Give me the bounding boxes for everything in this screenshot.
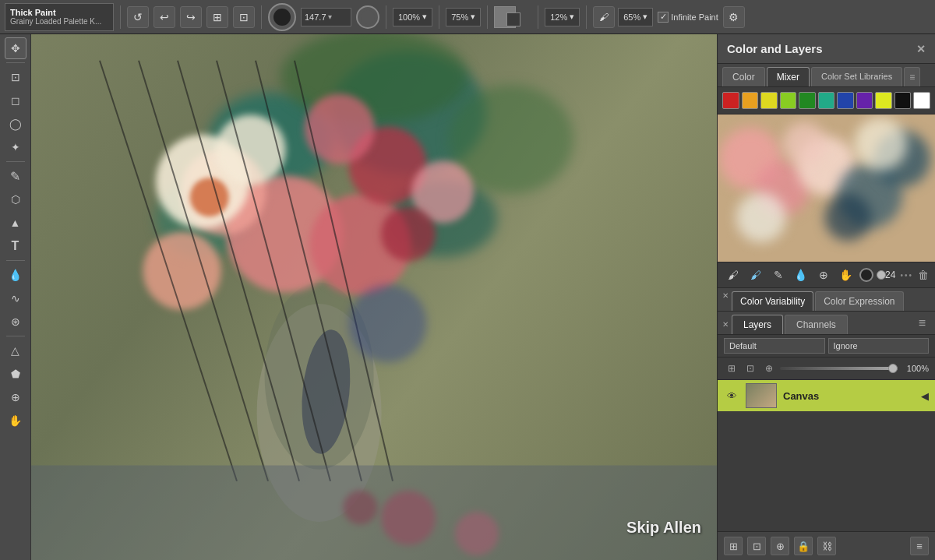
tab-color[interactable]: Color [722,67,765,86]
tool-eyedrop[interactable]: 💧 [5,264,26,286]
layer-add-icon[interactable]: ⊞ [724,361,739,376]
mixer-finger-icon[interactable]: 🖌 [746,266,764,284]
tool-pen[interactable]: ⬟ [5,363,26,385]
lt-sep4 [6,336,25,336]
layer-visibility-icon[interactable]: 👁 [724,388,739,403]
layer-opacity-slider[interactable] [780,367,898,370]
infinite-paint-checkbox[interactable]: ✓ [658,12,669,23]
tool-crop[interactable]: ⊡ [5,66,26,88]
swatch-blue[interactable] [837,92,854,109]
swatch-teal[interactable] [818,92,835,109]
sep6 [538,5,538,29]
layer-group-icon[interactable]: ⊡ [743,361,758,376]
sep4 [439,5,439,29]
swatch-green[interactable] [799,92,816,109]
tool-fill[interactable]: ▲ [5,212,26,234]
layer-hide-icon[interactable]: ◀ [921,390,929,402]
bt-icon-merge[interactable]: ⊕ [771,537,789,555]
canvas-area[interactable]: Skip Allen [31,34,717,560]
left-toolbar: ✥ ⊡ ◻ ◯ ✦ ✎ ⬡ ▲ T 💧 ∿ ⊛ △ ⬟ ⊕ ✋ [0,34,31,560]
tool-sub: Grainy Loaded Palette K... [10,17,108,26]
mixer-drawing[interactable] [718,114,935,262]
mixer-hand-icon[interactable]: ✋ [837,266,855,284]
bottom-toolbar: ⊞ ⊡ ⊕ 🔒 ⛓ ≡ [718,531,935,560]
tool-shape[interactable]: △ [5,340,26,361]
size-preview [356,5,379,29]
brush-opacity-value: 65% [623,12,640,22]
tab-color-variability[interactable]: Color Variability [732,291,813,311]
tool-hand[interactable]: ✋ [5,410,26,431]
composite-select[interactable]: Ignore Composite [828,338,930,354]
swatch-black[interactable] [894,92,912,109]
tab-mixer[interactable]: Mixer [767,67,810,86]
swatch-purple[interactable] [856,92,873,109]
zoom-box[interactable]: 100% ▾ [393,8,432,26]
mixer-dots[interactable]: ••• [900,271,913,280]
bg-color-swatch[interactable] [506,12,520,26]
settings-icon[interactable]: ⚙ [723,6,745,28]
tab-layers[interactable]: Layers [732,315,783,334]
panel-title-bar: Color and Layers ✕ [718,34,935,64]
opacity-box[interactable]: 75% ▾ [446,8,481,26]
bt-icon-chain[interactable]: ⛓ [817,537,836,555]
restore-icon[interactable]: ↺ [127,6,149,28]
brush-icon[interactable]: 🖌 [593,6,615,28]
mixer-brush-icon[interactable]: 🖌 [724,266,742,284]
canvas-layer-row[interactable]: 👁 Canvas ◀ [718,380,935,411]
tool-pointer[interactable]: ✥ [5,37,26,59]
bt-icon-menu[interactable]: ≡ [910,537,929,555]
infinite-paint-check[interactable]: ✓ Infinite Paint [658,12,718,23]
blend-mode-select[interactable]: Default Multiply Screen [724,338,825,354]
panel-close-icon[interactable]: ✕ [916,43,926,55]
mixer-pen-icon[interactable]: ✎ [769,266,787,284]
layer-merge-icon[interactable]: ⊕ [761,361,777,376]
mixer-zoom-icon[interactable]: ⊕ [814,266,832,284]
swatch-yellow2[interactable] [875,92,892,109]
wrap-icon[interactable]: ⊞ [206,6,228,28]
undo-icon[interactable]: ↩ [153,6,175,28]
sep5 [487,5,488,29]
cv-close-icon: ✕ [722,291,730,311]
tool-text[interactable]: T [5,235,26,257]
layers-spacer [718,411,935,531]
tab-color-set[interactable]: Color Set Libraries [811,67,902,86]
crop-icon[interactable]: ⊡ [233,6,255,28]
redo-icon[interactable]: ↪ [180,6,202,28]
size-spinbox[interactable]: 147.7 ▾ [301,8,351,26]
layer-opacity-thumb[interactable] [888,364,898,373]
tool-wand[interactable]: ✦ [5,136,26,158]
swatch-orange[interactable] [742,92,759,109]
mixer-canvas[interactable] [718,114,935,262]
bt-icon-layers[interactable]: ⊞ [724,537,743,555]
painting-canvas[interactable] [31,34,717,560]
misc-box[interactable]: 12% ▾ [545,8,580,26]
swatch-red[interactable] [722,92,739,109]
brush-size-circle [268,3,296,31]
tool-brush[interactable]: ✎ [5,165,26,187]
size-arrow[interactable]: ▾ [328,12,332,21]
bt-icon-group[interactable]: ⊡ [747,537,766,555]
tool-blur[interactable]: ∿ [5,287,26,309]
mixer-dropper-icon[interactable]: 💧 [792,266,810,284]
infinite-paint-label: Infinite Paint [671,12,718,22]
layers-menu-icon[interactable]: ≡ [914,316,930,333]
tool-lasso[interactable]: ◯ [5,113,26,135]
opacity-value: 75% [451,12,468,22]
tool-clone[interactable]: ⊛ [5,311,26,333]
tool-eraser[interactable]: ⬡ [5,188,26,210]
tool-zoom[interactable]: ⊕ [5,386,26,408]
top-toolbar: Thick Paint Grainy Loaded Palette K... ↺… [0,0,935,34]
swatch-yellow[interactable] [760,92,778,109]
swatch-white[interactable] [913,92,930,109]
swatch-lime[interactable] [780,92,797,109]
tool-select-rect[interactable]: ◻ [5,90,26,111]
mixer-trash-icon[interactable]: 🗑 [918,269,929,281]
misc-value: 12% [550,12,567,22]
tabs-more-icon[interactable]: ≡ [904,67,920,86]
brush-opacity-box[interactable]: 65% ▾ [618,8,653,26]
tab-channels[interactable]: Channels [785,315,848,334]
sep2 [261,5,262,29]
bt-icon-lock[interactable]: 🔒 [794,537,813,555]
size-dot [361,10,375,24]
tab-color-expression[interactable]: Color Expression [815,291,903,311]
